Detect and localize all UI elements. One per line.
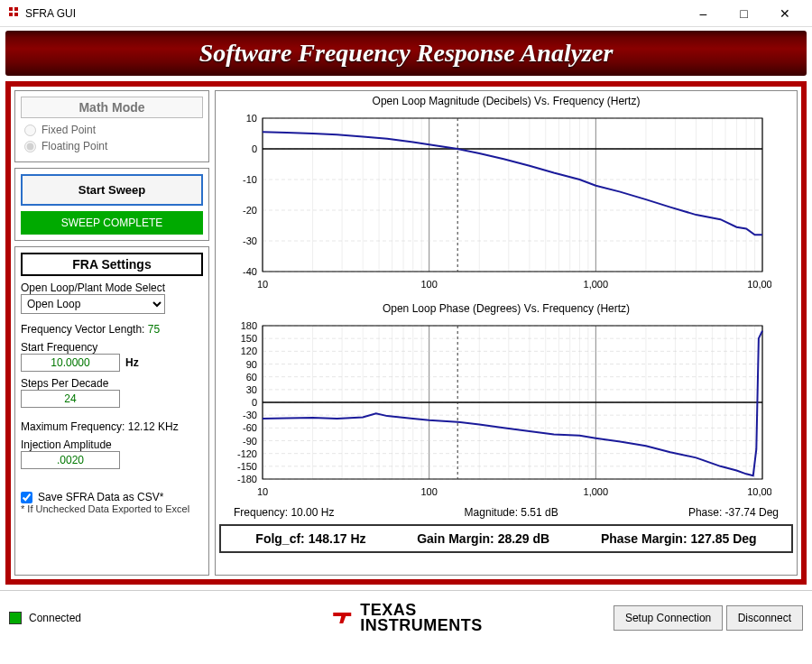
svg-text:0: 0 xyxy=(252,143,257,154)
svg-text:180: 180 xyxy=(241,320,257,331)
svg-text:-120: -120 xyxy=(237,448,257,459)
inj-amp-label: Injection Amplitude xyxy=(21,438,203,451)
svg-text:100: 100 xyxy=(420,279,437,290)
window-titlebar: SFRA GUI – □ ✕ xyxy=(0,0,812,27)
mode-select[interactable]: Open Loop xyxy=(21,294,165,314)
ti-logo-icon xyxy=(329,605,355,631)
connection-status: Connected xyxy=(9,612,81,624)
radio-floating-point-input[interactable] xyxy=(24,141,36,152)
svg-text:1,000: 1,000 xyxy=(584,486,609,497)
sweep-status: SWEEP COMPLETE xyxy=(21,211,203,235)
ti-logo: TEXASINSTRUMENTS xyxy=(329,603,483,632)
svg-text:10,000: 10,000 xyxy=(747,486,771,497)
fra-settings-heading: FRA Settings xyxy=(21,253,203,276)
start-sweep-button[interactable]: Start Sweep xyxy=(21,174,203,206)
save-csv-label: Save SFRA Data as CSV* xyxy=(38,491,163,503)
bottom-buttons: Setup Connection Disconnect xyxy=(614,605,803,631)
maximize-button[interactable]: □ xyxy=(724,0,764,27)
svg-text:-30: -30 xyxy=(243,235,257,246)
sweep-panel: Start Sweep SWEEP COMPLETE xyxy=(14,168,209,241)
math-mode-heading: Math Mode xyxy=(21,97,203,118)
margins-bar: Folg_cf: 148.17 Hz Gain Margin: 28.29 dB… xyxy=(219,524,793,553)
svg-text:150: 150 xyxy=(241,333,257,344)
svg-text:0: 0 xyxy=(252,397,257,408)
save-csv-checkbox[interactable] xyxy=(21,492,32,503)
svg-text:-20: -20 xyxy=(243,205,257,216)
chart-area: Open Loop Magnitude (Decibels) Vs. Frequ… xyxy=(215,90,798,576)
svg-text:100: 100 xyxy=(420,486,437,497)
minimize-button[interactable]: – xyxy=(683,0,724,27)
fra-settings-panel: FRA Settings Open Loop/Plant Mode Select… xyxy=(14,246,209,576)
chart-readout: Frequency: 10.00 Hz Magnitude: 5.51 dB P… xyxy=(219,504,793,521)
svg-text:10: 10 xyxy=(257,279,268,290)
svg-text:10,000: 10,000 xyxy=(747,279,771,290)
sidebar: Math Mode Fixed Point Floating Point Sta… xyxy=(14,90,209,576)
main-frame: Math Mode Fixed Point Floating Point Sta… xyxy=(5,81,807,585)
magnitude-chart: 101001,00010,000-40-30-20-10010 xyxy=(219,113,771,293)
inj-amp-input[interactable] xyxy=(21,451,120,469)
svg-rect-45 xyxy=(263,118,762,272)
app-banner: Software Frequency Response Analyzer xyxy=(5,31,807,76)
steps-label: Steps Per Decade xyxy=(21,377,203,390)
radio-floating-point-label: Floating Point xyxy=(42,140,107,152)
window-title: SFRA GUI xyxy=(25,7,683,20)
connected-indicator-icon xyxy=(9,612,22,624)
svg-text:-90: -90 xyxy=(243,436,257,447)
svg-text:120: 120 xyxy=(241,346,257,356)
svg-text:-10: -10 xyxy=(243,174,257,185)
readout-freq: Frequency: 10.00 Hz xyxy=(234,506,334,519)
mag-chart-title: Open Loop Magnitude (Decibels) Vs. Frequ… xyxy=(219,95,793,107)
folg-cf: Folg_cf: 148.17 Hz xyxy=(255,531,365,546)
setup-connection-button[interactable]: Setup Connection xyxy=(614,605,723,631)
disconnect-button[interactable]: Disconnect xyxy=(726,605,803,631)
ti-logo-text: TEXASINSTRUMENTS xyxy=(360,603,483,632)
close-button[interactable]: ✕ xyxy=(764,0,805,27)
max-freq-value: 12.12 KHz xyxy=(128,420,179,433)
readout-phase: Phase: -37.74 Deg xyxy=(688,506,779,519)
connected-label: Connected xyxy=(29,612,81,624)
radio-fixed-point-input[interactable] xyxy=(24,124,36,136)
svg-text:-180: -180 xyxy=(237,474,257,484)
svg-text:-30: -30 xyxy=(243,410,257,420)
steps-input[interactable] xyxy=(21,390,120,408)
bottom-bar: Connected TEXASINSTRUMENTS Setup Connect… xyxy=(0,590,812,644)
start-freq-unit: Hz xyxy=(125,356,139,369)
readout-mag: Magnitude: 5.51 dB xyxy=(465,506,558,519)
freq-vec-value: 75 xyxy=(148,323,160,336)
mode-select-label: Open Loop/Plant Mode Select xyxy=(21,281,203,294)
phase-chart: 101001,00010,000-180-150-120-90-60-30030… xyxy=(219,320,771,501)
gain-margin: Gain Margin: 28.29 dB xyxy=(417,531,549,546)
start-freq-label: Start Frequency xyxy=(21,341,203,354)
app-icon xyxy=(7,5,20,21)
svg-text:90: 90 xyxy=(246,359,257,370)
svg-text:1,000: 1,000 xyxy=(584,279,609,290)
save-csv-row[interactable]: Save SFRA Data as CSV* xyxy=(21,491,203,503)
svg-text:-40: -40 xyxy=(243,266,257,277)
max-freq-label: Maximum Frequency: xyxy=(21,420,125,433)
start-freq-input[interactable] xyxy=(21,354,120,372)
phase-chart-title: Open Loop Phase (Degrees) Vs. Frequency … xyxy=(219,302,793,315)
svg-text:10: 10 xyxy=(257,486,268,497)
radio-fixed-point[interactable]: Fixed Point xyxy=(24,124,199,136)
phase-margin: Phase Margin: 127.85 Deg xyxy=(601,531,757,546)
svg-text:30: 30 xyxy=(246,384,257,395)
math-mode-panel: Math Mode Fixed Point Floating Point xyxy=(14,90,209,162)
save-csv-note: * If Unchecked Data Exported to Excel xyxy=(21,503,203,514)
svg-text:60: 60 xyxy=(246,372,257,383)
banner-title: Software Frequency Response Analyzer xyxy=(199,39,614,68)
freq-vec-label: Frequency Vector Length: xyxy=(21,323,144,336)
radio-fixed-point-label: Fixed Point xyxy=(42,124,96,136)
svg-text:-60: -60 xyxy=(243,422,257,433)
radio-floating-point[interactable]: Floating Point xyxy=(24,140,199,152)
svg-text:10: 10 xyxy=(246,113,257,124)
svg-text:-150: -150 xyxy=(237,461,257,472)
